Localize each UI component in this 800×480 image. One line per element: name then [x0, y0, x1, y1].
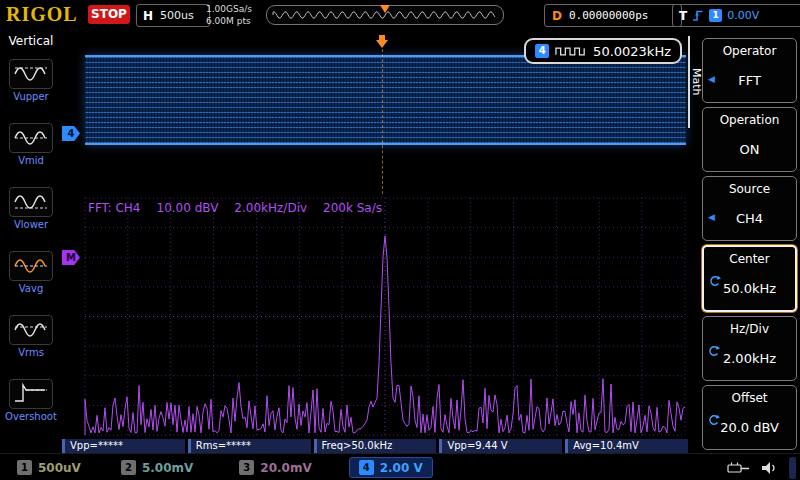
rigol-logo: RIGOL	[6, 3, 78, 26]
counter-frequency-value: 50.0023kHz	[593, 44, 671, 59]
measure-rms: Rms=*****	[188, 439, 311, 453]
vertical-measure-menu: Vertical Vupper Vmid	[0, 30, 62, 453]
vmid-icon	[9, 123, 53, 153]
menu-item-vupper[interactable]: Vupper	[0, 48, 62, 112]
softkey-center[interactable]: Center 50.0kHz	[702, 245, 797, 312]
fft-perdiv-label: 2.00kHz/Div	[234, 201, 307, 215]
status-icons	[727, 457, 800, 479]
softkey-operation[interactable]: Operation ON	[702, 107, 797, 172]
vupper-icon	[9, 59, 53, 89]
menu-item-vmid[interactable]: Vmid	[0, 112, 62, 176]
menu-item-label: Vavg	[19, 283, 43, 294]
softkey-hzdiv[interactable]: Hz/Div 2.00kHz	[702, 316, 797, 381]
menu-item-vlower[interactable]: Vlower	[0, 176, 62, 240]
channel-status-bar: 1 500uV 2 5.00mV 3 20.0mV 4 2.00 V	[0, 453, 800, 480]
counter-channel-badge: 4	[535, 44, 549, 58]
trigger-chip: T 1 0.00V	[672, 4, 800, 27]
rising-edge-icon	[692, 9, 704, 23]
left-menu-title: Vertical	[0, 30, 62, 48]
delay-value: 0.00000000ps	[569, 9, 648, 22]
speaker-icon	[761, 461, 779, 475]
oscilloscope-screen: RIGOL STOP H 500us 1.00GSa/s 6.00M pts D…	[0, 0, 800, 480]
channel-4-chip[interactable]: 4 2.00 V	[349, 457, 433, 478]
measurement-bar: Vpp=***** Rms=***** Freq>50.0kHz Vpp=9.4…	[62, 439, 688, 453]
fft-header: FFT: CH4 10.00 dBV 2.00kHz/Div 200k Sa/s	[88, 201, 382, 215]
horizontal-label: H	[143, 9, 153, 23]
fft-scale-label: 10.00 dBV	[157, 201, 219, 215]
measure-vpp-ch1: Vpp=*****	[62, 439, 185, 453]
trigger-position-line	[382, 44, 383, 194]
channel-3-chip[interactable]: 3 20.0mV	[230, 458, 320, 477]
measure-vpp-ch4: Vpp=9.44 V	[439, 439, 562, 453]
menu-item-vrms[interactable]: Vrms	[0, 304, 62, 368]
trigger-position-marker	[376, 35, 388, 48]
delay-label: D	[552, 9, 562, 23]
acquisition-info: 1.00GSa/s 6.00M pts	[206, 3, 252, 27]
delay-chip: D 0.00000000ps	[544, 4, 682, 27]
menu-item-label: Vrms	[18, 347, 44, 358]
channel-2-chip[interactable]: 2 5.00mV	[112, 458, 202, 477]
ch4-waveform	[85, 55, 686, 145]
horizontal-timebase-chip: H 500us	[136, 4, 210, 27]
vavg-icon	[9, 251, 53, 281]
ch4-position-marker: 4	[62, 126, 80, 141]
trigger-label: T	[679, 9, 687, 23]
sample-rate: 1.00GSa/s	[206, 3, 252, 15]
fft-area: FFT: CH4 10.00 dBV 2.00kHz/Div 200k Sa/s…	[62, 195, 688, 439]
vrms-icon	[9, 315, 53, 345]
fft-samplerate-label: 200k Sa/s	[323, 201, 382, 215]
vlower-icon	[9, 187, 53, 217]
time-domain-area: 4 50.0023kHz 4	[62, 30, 688, 195]
softkey-source[interactable]: Source ◀ CH4	[702, 176, 797, 241]
menu-item-vavg[interactable]: Vavg	[0, 240, 62, 304]
frequency-counter-badge: 4 50.0023kHz	[524, 38, 682, 64]
menu-item-overshoot[interactable]: Overshoot	[0, 368, 62, 432]
measure-avg: Avg=10.4mV	[565, 439, 688, 453]
channel-1-chip[interactable]: 1 500uV	[8, 458, 90, 477]
timebase-value: 500us	[160, 9, 194, 22]
measure-freq: Freq>50.0kHz	[314, 439, 437, 453]
softkey-offset[interactable]: Offset 20.0 dBV	[702, 385, 797, 450]
menu-item-label: Vmid	[18, 155, 44, 166]
softkey-operator[interactable]: Operator ◀ FFT	[702, 38, 797, 103]
overshoot-icon	[9, 379, 53, 409]
trigger-source-badge: 1	[709, 9, 722, 22]
menu-item-label: Overshoot	[5, 411, 57, 422]
fft-source-label: FFT: CH4	[88, 201, 141, 215]
menu-item-label: Vlower	[14, 219, 48, 230]
trigger-level-value: 0.00V	[727, 9, 759, 22]
waveform-position-bar	[266, 5, 504, 25]
menu-item-label: Vupper	[13, 91, 48, 102]
fft-plot	[62, 195, 688, 439]
run-state-badge: STOP	[88, 5, 130, 24]
top-bar: RIGOL STOP H 500us 1.00GSa/s 6.00M pts D…	[0, 0, 800, 30]
math-softkey-menu: Operator ◀ FFT Operation ON Source ◀ CH4…	[702, 30, 797, 450]
square-wave-icon	[555, 45, 587, 57]
menu-page-indicator	[789, 457, 796, 479]
memory-depth: 6.00M pts	[206, 15, 252, 27]
math-menu-tab: Math	[688, 30, 702, 453]
graticule-display: 4 50.0023kHz 4 FFT: CH4 10.00 dBV 2.00kH…	[62, 30, 688, 453]
usb-icon	[727, 461, 751, 475]
trigger-position-thumb-icon	[380, 5, 390, 13]
